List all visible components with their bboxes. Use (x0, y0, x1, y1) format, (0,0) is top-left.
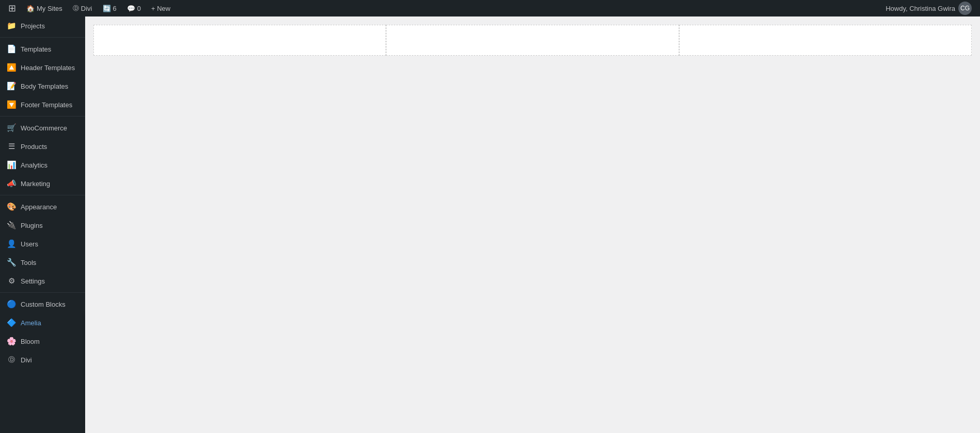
divi-label: Divi (81, 5, 92, 12)
my-sites-icon: 🏠 (26, 5, 35, 12)
tools-icon: 🔧 (6, 258, 17, 267)
divi-menu[interactable]: Ⓓ Divi (69, 0, 97, 16)
footer-templates-icon: 🔽 (6, 100, 17, 109)
admin-menu: 📁 Projects 📄 Templates 🔼 Header Template… (0, 16, 85, 369)
sidebar-item-header-templates[interactable]: 🔼 Header Templates (0, 58, 85, 77)
sidebar-item-users[interactable]: 👤 Users (0, 235, 85, 253)
sidebar-item-analytics[interactable]: 📊 Analytics (0, 156, 85, 174)
analytics-icon: 📊 (6, 160, 17, 170)
sidebar-item-label: Analytics (21, 161, 47, 169)
dashed-box-2 (386, 25, 679, 56)
sidebar-item-appearance[interactable]: 🎨 Appearance (0, 197, 85, 216)
settings-icon: ⚙ (6, 276, 17, 286)
bloom-icon: 🌸 (6, 337, 17, 346)
header-templates-icon: 🔼 (6, 63, 17, 72)
updates-count: 6 (113, 5, 117, 12)
menu-separator (0, 116, 85, 116)
woocommerce-icon: 🛒 (6, 123, 17, 132)
sidebar-item-label: Projects (21, 22, 45, 30)
sidebar-item-divi[interactable]: Ⓓ Divi (0, 351, 85, 369)
sidebar-item-marketing[interactable]: 📣 Marketing (0, 174, 85, 193)
appearance-icon: 🎨 (6, 202, 17, 211)
plugins-icon: 🔌 (6, 221, 17, 230)
new-label: + New (151, 5, 170, 12)
sidebar-item-label: Products (21, 143, 47, 151)
menu-separator (0, 195, 85, 195)
sidebar-item-body-templates[interactable]: 📝 Body Templates (0, 77, 85, 95)
sidebar-item-tools[interactable]: 🔧 Tools (0, 253, 85, 272)
admin-bar: ⊞ 🏠 My Sites Ⓓ Divi 🔄 6 💬 0 + New Howdy,… (0, 0, 980, 16)
howdy-text[interactable]: Howdy, Christina Gwira CG (881, 2, 976, 15)
sidebar-item-products[interactable]: ☰ Products (0, 137, 85, 156)
dashed-box-1 (93, 25, 386, 56)
main-content (85, 16, 980, 433)
sidebar-item-label: Plugins (21, 222, 43, 229)
sidebar-item-label: Users (21, 240, 38, 248)
sidebar-item-label: WooCommerce (21, 124, 67, 132)
body-templates-icon: 📝 (6, 81, 17, 91)
sidebar-item-label: Marketing (21, 180, 50, 188)
dashed-box-3 (679, 25, 972, 56)
sidebar-item-label: Header Templates (21, 64, 75, 72)
sidebar-item-woocommerce[interactable]: 🛒 WooCommerce (0, 119, 85, 137)
menu-separator (0, 37, 85, 38)
divi-icon: Ⓓ (73, 4, 79, 13)
sidebar-item-label: Amelia (21, 319, 41, 327)
sidebar-item-label: Bloom (21, 338, 40, 345)
sidebar-item-label: Tools (21, 259, 36, 267)
my-sites-label: My Sites (37, 5, 62, 12)
new-content-menu[interactable]: + New (147, 0, 174, 16)
comments-icon: 💬 (127, 5, 135, 12)
updates-menu[interactable]: 🔄 6 (99, 0, 121, 16)
admin-sidebar: 📁 Projects 📄 Templates 🔼 Header Template… (0, 16, 85, 433)
templates-icon: 📄 (6, 44, 17, 54)
sidebar-item-label: Divi (21, 356, 32, 364)
sidebar-item-bloom[interactable]: 🌸 Bloom (0, 332, 85, 351)
admin-bar-right: Howdy, Christina Gwira CG (881, 2, 976, 15)
sidebar-item-label: Body Templates (21, 82, 68, 90)
comments-menu[interactable]: 💬 0 (123, 0, 145, 16)
sidebar-item-templates[interactable]: 📄 Templates (0, 40, 85, 58)
my-sites-menu[interactable]: 🏠 My Sites (22, 0, 67, 16)
users-icon: 👤 (6, 239, 17, 248)
updates-icon: 🔄 (103, 5, 111, 12)
avatar: CG (958, 2, 972, 15)
custom-blocks-icon: 🔵 (6, 299, 17, 309)
sidebar-item-label: Settings (21, 277, 45, 285)
wp-logo[interactable]: ⊞ (4, 0, 20, 16)
menu-separator (0, 292, 85, 293)
divi-sidebar-icon: Ⓓ (6, 355, 17, 364)
sidebar-item-plugins[interactable]: 🔌 Plugins (0, 216, 85, 235)
sidebar-item-amelia[interactable]: 🔷 Amelia Dashboard Calendar Appointments… (0, 313, 85, 332)
sidebar-item-custom-blocks[interactable]: 🔵 Custom Blocks (0, 295, 85, 313)
sidebar-item-projects[interactable]: 📁 Projects (0, 16, 85, 35)
products-icon: ☰ (6, 142, 17, 151)
sidebar-item-footer-templates[interactable]: 🔽 Footer Templates (0, 95, 85, 114)
marketing-icon: 📣 (6, 179, 17, 188)
dashed-grid (93, 25, 972, 56)
sidebar-item-label: Custom Blocks (21, 301, 66, 308)
projects-icon: 📁 (6, 21, 17, 30)
sidebar-item-label: Templates (21, 45, 51, 53)
sidebar-item-settings[interactable]: ⚙ Settings (0, 272, 85, 290)
amelia-icon: 🔷 (6, 318, 17, 327)
comments-count: 0 (137, 5, 141, 12)
main-layout: 📁 Projects 📄 Templates 🔼 Header Template… (0, 16, 980, 433)
sidebar-item-label: Appearance (21, 203, 57, 211)
sidebar-item-label: Footer Templates (21, 101, 72, 109)
content-inner (85, 16, 980, 72)
